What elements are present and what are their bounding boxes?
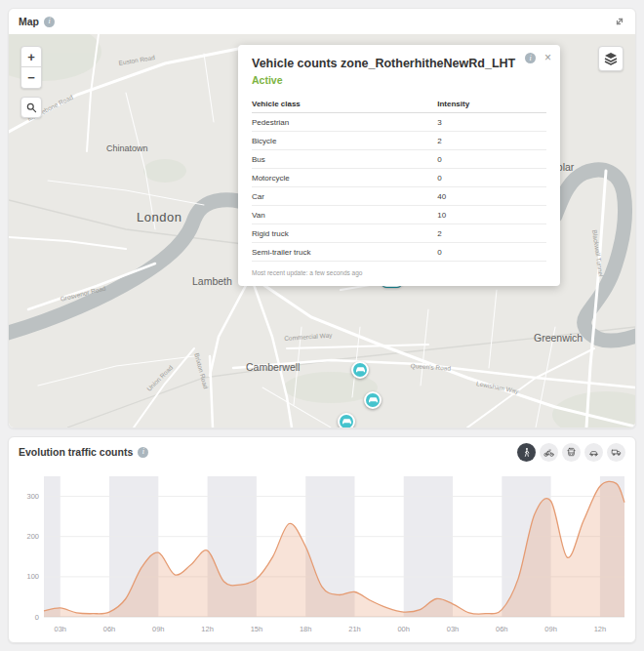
x-tick-label: 06h <box>103 625 116 633</box>
x-tick-label: 12h <box>201 625 214 633</box>
filter-pedestrian-button[interactable] <box>517 443 536 462</box>
zoom-in-button[interactable]: + <box>20 46 42 67</box>
zone-marker[interactable] <box>351 361 369 379</box>
x-tick-label: 06h <box>496 625 508 633</box>
map-info-icon[interactable]: i <box>44 17 55 27</box>
map-panel: Map i <box>8 8 636 428</box>
map-zoom-controls: + − <box>20 46 42 118</box>
row-label: Motorcycle <box>252 174 437 183</box>
zone-status-badge: Active <box>252 74 546 86</box>
map-area: Chinatown London Lambeth Camberwell Gree… <box>9 34 635 427</box>
x-tick-label: 03h <box>55 625 67 633</box>
truck-icon <box>611 447 622 458</box>
row-label: Rigid truck <box>252 229 437 238</box>
traffic-panel: Evolution traffic counts i <box>8 436 636 643</box>
car-icon <box>368 396 379 404</box>
x-tick-label: 00h <box>397 625 410 633</box>
popup-title: Vehicle counts zone_RotherhitheNewRd_LHT <box>252 57 546 70</box>
bus-icon <box>566 447 577 458</box>
plot-band <box>44 476 60 617</box>
row-label: Bicycle <box>252 137 437 145</box>
popup-close-icon[interactable]: × <box>544 52 551 63</box>
expand-icon <box>614 16 625 27</box>
row-value: 0 <box>437 248 546 257</box>
row-value: 40 <box>437 192 546 201</box>
car-icon <box>355 366 366 374</box>
x-tick-label: 15h <box>251 625 263 633</box>
filter-bicycle-button[interactable] <box>540 443 558 462</box>
traffic-panel-title: Evolution traffic counts <box>19 446 133 458</box>
y-tick-label: 0 <box>35 613 39 622</box>
x-tick-label: 18h <box>300 625 312 633</box>
row-label: Van <box>252 211 437 220</box>
column-header-class: Vehicle class <box>252 100 437 108</box>
row-value: 0 <box>437 155 546 164</box>
popup-info-icon[interactable]: i <box>525 53 536 63</box>
row-value: 2 <box>437 229 546 238</box>
vehicle-filter-group <box>517 443 625 462</box>
y-tick-label: 300 <box>26 492 39 501</box>
map-panel-header: Map i <box>9 9 635 34</box>
row-label: Semi-trailer truck <box>252 248 437 257</box>
plot-band <box>404 476 453 617</box>
row-label: Bus <box>252 155 437 164</box>
x-tick-label: 03h <box>447 625 460 633</box>
search-icon <box>25 102 38 114</box>
y-tick-label: 200 <box>26 532 39 541</box>
row-value: 3 <box>437 118 546 127</box>
row-value: 0 <box>437 174 546 183</box>
table-row: Bus 0 <box>252 150 546 169</box>
table-row: Rigid truck 2 <box>252 224 546 243</box>
zoom-out-button[interactable]: − <box>20 67 42 89</box>
table-header-row: Vehicle class Intensity <box>252 95 546 113</box>
chart-wrap: 010020030003h06h09h12h15h18h21h00h03h06h… <box>9 467 635 642</box>
x-tick-label: 21h <box>348 625 361 633</box>
x-tick-label: 09h <box>544 625 557 633</box>
row-label: Car <box>252 192 437 201</box>
row-value: 10 <box>437 211 546 220</box>
table-row: Semi-trailer truck 0 <box>252 243 546 262</box>
traffic-panel-header: Evolution traffic counts i <box>9 437 635 467</box>
traffic-evolution-chart[interactable]: 010020030003h06h09h12h15h18h21h00h03h06h… <box>17 468 629 638</box>
row-value: 2 <box>437 137 546 145</box>
car-icon <box>588 447 599 458</box>
map-search-button[interactable] <box>20 97 42 118</box>
vehicle-counts-table: Vehicle class Intensity Pedestrian 3 Bic… <box>252 95 546 262</box>
bicycle-icon <box>543 447 554 458</box>
row-label: Pedestrian <box>252 118 437 127</box>
vehicle-counts-popup: i × Vehicle counts zone_RotherhitheNewRd… <box>238 45 560 286</box>
layers-control-button[interactable] <box>598 46 624 71</box>
filter-bus-button[interactable] <box>562 443 581 462</box>
filter-truck-button[interactable] <box>607 443 625 462</box>
column-header-intensity: Intensity <box>437 100 546 108</box>
zone-marker[interactable] <box>338 413 355 427</box>
table-row: Motorcycle 0 <box>252 169 546 187</box>
x-tick-label: 12h <box>594 625 607 633</box>
table-row: Pedestrian 3 <box>252 113 546 132</box>
expand-map-button[interactable] <box>614 16 625 27</box>
x-tick-label: 09h <box>152 625 165 633</box>
table-row: Car 40 <box>252 187 546 206</box>
y-tick-label: 100 <box>26 572 39 581</box>
zone-marker[interactable] <box>364 391 382 409</box>
layers-icon <box>603 51 619 66</box>
popup-last-update: Most recent update: a few seconds ago <box>252 269 546 276</box>
table-row: Van 10 <box>252 206 546 224</box>
traffic-info-icon[interactable]: i <box>138 447 148 458</box>
table-row: Bicycle 2 <box>252 132 546 150</box>
car-icon <box>342 418 352 426</box>
pedestrian-icon <box>521 447 532 458</box>
map-panel-title: Map <box>19 16 39 27</box>
filter-car-button[interactable] <box>584 443 603 462</box>
